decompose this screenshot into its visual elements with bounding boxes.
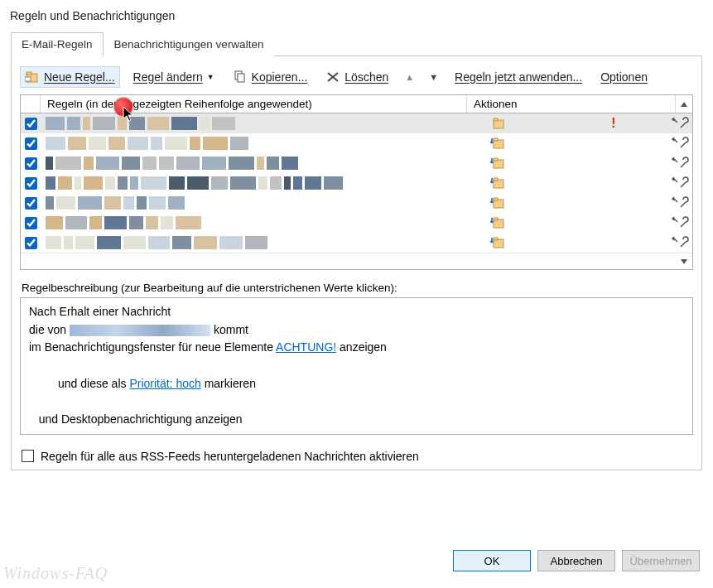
wrench-icon [671, 195, 689, 210]
description-label: Regelbeschreibung (zur Bearbeitung auf d… [22, 282, 691, 294]
move-down-button[interactable]: ▼ [426, 70, 441, 84]
move-up-button[interactable]: ▲ [402, 70, 417, 84]
dropdown-icon: ▼ [207, 73, 214, 81]
move-folder-icon [489, 157, 505, 170]
window-title: Regeln und Benachrichtigungen [10, 9, 175, 22]
wrench-icon [671, 116, 689, 131]
move-folder-icon [489, 236, 505, 249]
table-row[interactable] [21, 233, 692, 253]
rules-grid: Regeln (in der angezeigten Reihenfolge a… [20, 94, 693, 270]
desc-line3: im Benachrichtigungsfenster für neue Ele… [29, 339, 684, 357]
move-folder-icon [489, 216, 505, 229]
cancel-button[interactable]: Abbrechen [537, 550, 615, 571]
row-checkbox[interactable] [21, 175, 41, 192]
rule-name-redacted [41, 117, 485, 130]
tab-email-rules[interactable]: E-Mail-Regeln [11, 32, 104, 56]
delete-button[interactable]: Löschen [320, 66, 393, 88]
dialog-footer: OK Abbrechen Übernehmen [453, 550, 700, 571]
desc-line2: die von kommt [29, 321, 684, 340]
close-button[interactable] [675, 3, 713, 28]
row-checkbox[interactable] [21, 214, 41, 232]
grid-body: ! [21, 113, 692, 253]
desc-line1: Nach Erhalt einer Nachricht [29, 303, 684, 321]
svg-rect-2 [25, 77, 31, 81]
grid-header-rules[interactable]: Regeln (in der angezeigten Reihenfolge a… [41, 95, 467, 113]
ok-button[interactable]: OK [453, 550, 531, 571]
rss-checkbox-label: Regeln für alle aus RSS-Feeds herunterge… [41, 450, 419, 463]
wrench-icon [671, 136, 689, 151]
svg-rect-6 [494, 118, 498, 121]
options-button[interactable]: Optionen [595, 67, 653, 87]
description-box: Nach Erhalt einer Nachricht die von komm… [20, 297, 693, 435]
move-folder-icon [489, 196, 505, 210]
row-actions [485, 176, 692, 190]
table-row[interactable] [21, 213, 692, 233]
tab-notifications[interactable]: Benachrichtigungen verwalten [104, 32, 275, 56]
svg-rect-10 [494, 158, 498, 161]
rule-name-redacted [41, 137, 485, 150]
scroll-up-button[interactable] [676, 95, 692, 113]
row-checkbox[interactable] [21, 195, 41, 212]
svg-rect-14 [494, 198, 498, 200]
new-rule-icon [25, 70, 40, 84]
row-checkbox[interactable] [21, 135, 41, 152]
apply-now-button[interactable]: Regeln jetzt anwenden... [450, 67, 587, 87]
grid-header: Regeln (in der angezeigten Reihenfolge a… [21, 95, 692, 113]
watermark: Windows-FAQ [3, 564, 108, 583]
rules-panel: Neue Regel... Regel ändern ▼ Kopieren...… [11, 56, 702, 470]
table-row[interactable] [21, 153, 692, 173]
rule-name-redacted [41, 216, 485, 229]
row-actions [485, 136, 692, 151]
move-folder-icon [489, 176, 505, 190]
desc-line5: und Desktopbenachrichtigung anzeigen [29, 411, 684, 429]
row-checkbox[interactable] [21, 115, 41, 133]
grid-header-check [21, 95, 41, 113]
wrench-icon [671, 156, 689, 171]
table-row[interactable] [21, 193, 692, 213]
row-actions [485, 235, 692, 250]
desc-line4: und diese als Priorität: hoch markieren [29, 357, 684, 411]
titlebar: Regeln und Benachrichtigungen [0, 0, 713, 31]
copy-button[interactable]: Kopieren... [228, 66, 313, 88]
rule-name-redacted [41, 176, 485, 190]
svg-rect-1 [26, 72, 31, 75]
svg-rect-12 [494, 178, 498, 181]
wrench-icon [671, 215, 689, 230]
alert-folder-icon [489, 117, 505, 130]
delete-label: Löschen [344, 70, 388, 84]
row-checkbox[interactable] [21, 234, 41, 252]
copy-icon [233, 70, 248, 84]
copy-label: Kopieren... [252, 70, 308, 84]
svg-rect-8 [494, 138, 498, 141]
new-rule-button[interactable]: Neue Regel... [20, 66, 120, 88]
options-label: Optionen [600, 70, 648, 84]
apply-button[interactable]: Übernehmen [622, 550, 700, 571]
table-row[interactable] [21, 133, 692, 153]
tabstrip: E-Mail-Regeln Benachrichtigungen verwalt… [11, 31, 702, 56]
svg-rect-18 [494, 238, 498, 240]
delete-icon [325, 70, 340, 84]
row-actions [485, 215, 692, 230]
row-checkbox[interactable] [21, 155, 41, 172]
wrench-icon [671, 235, 689, 250]
table-row[interactable] [21, 173, 692, 193]
scroll-down-button[interactable] [676, 253, 692, 269]
rss-checkbox-row[interactable]: Regeln für alle aus RSS-Feeds herunterge… [22, 450, 691, 463]
change-rule-button[interactable]: Regel ändern ▼ [128, 67, 219, 87]
alert-text-link[interactable]: ACHTUNG! [276, 340, 336, 354]
svg-rect-16 [494, 218, 498, 220]
change-rule-label: Regel ändern [133, 70, 203, 84]
svg-rect-4 [238, 74, 244, 82]
row-actions [485, 156, 692, 171]
move-folder-icon [489, 137, 505, 150]
toolbar: Neue Regel... Regel ändern ▼ Kopieren...… [20, 65, 693, 94]
apply-now-label: Regeln jetzt anwenden... [455, 70, 582, 84]
row-actions: ! [485, 115, 692, 132]
rss-checkbox[interactable] [22, 450, 34, 462]
priority-link[interactable]: Priorität: hoch [129, 377, 200, 390]
wrench-icon [671, 176, 689, 190]
grid-header-actions[interactable]: Aktionen [467, 95, 676, 113]
table-row[interactable]: ! [21, 113, 692, 133]
rule-name-redacted [41, 236, 485, 249]
priority-icon: ! [608, 115, 619, 132]
